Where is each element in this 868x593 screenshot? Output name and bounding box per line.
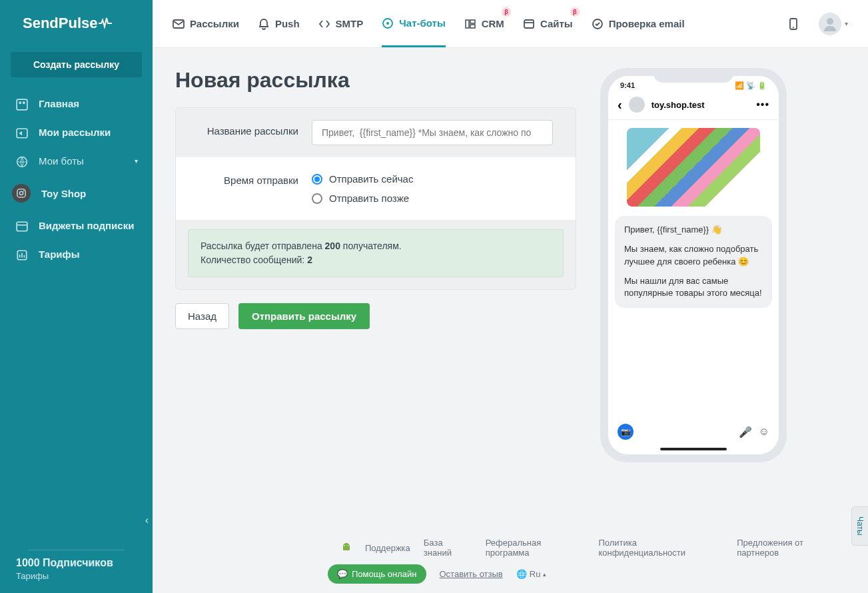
footer-link[interactable]: Политика конфиденциальности [598,538,723,558]
nav-label: Push [275,18,300,29]
nav-crm[interactable]: CRM β [464,2,504,46]
logo[interactable]: SendPulse [0,0,153,47]
chat-input-bar: 📷 🎤 ☺ [608,418,779,445]
sidebar-item-bots[interactable]: Мои боты ▾ [0,147,153,175]
beta-badge: β [502,7,511,17]
back-button[interactable]: Назад [175,303,229,329]
radio-icon [312,193,322,204]
globe-icon [16,156,27,167]
widget-icon [16,221,27,231]
nav-chatbots[interactable]: Чат-боты [382,1,445,47]
pulse-icon [99,17,112,29]
sidebar-label: Мои рассылки [39,127,111,138]
radio-send-now[interactable]: Отправить сейчас [312,169,553,189]
avatar-icon [819,13,841,35]
footer: Поддержка База знаний Реферальная програ… [305,528,868,593]
main: Рассылки Push SMTP Чат-боты CRM β Сайты … [153,0,868,593]
svg-point-22 [348,545,349,546]
radio-label: Отправить позже [329,193,409,204]
crm-icon [464,18,476,30]
emoji-icon[interactable]: ☺ [759,426,769,438]
top-nav: Рассылки Push SMTP Чат-боты CRM β Сайты … [153,0,868,48]
chat-body: Привет, {{first_name}} 👋 Мы знаем, как с… [608,120,779,418]
svg-point-12 [386,22,389,25]
svg-rect-13 [466,20,469,28]
sidebar-item-home[interactable]: Главная [0,89,153,118]
camera-icon[interactable]: 📷 [618,424,634,440]
sidebar-footer: 1000 Подписчиков Тарифы [0,550,153,593]
beta-badge: β [570,7,580,17]
leave-review-link[interactable]: Оставить отзыв [440,569,503,579]
sidebar-label: Главная [39,98,79,109]
campaign-name-input[interactable] [312,120,553,145]
product-image [627,128,760,207]
nav-campaigns[interactable]: Рассылки [173,2,239,46]
home-indicator [660,448,727,450]
footer-link[interactable]: База знаний [424,538,472,558]
sidebar-label: Мои боты [39,155,84,167]
svg-rect-1 [19,101,21,103]
language-selector[interactable]: 🌐 Ru ▴ [516,569,547,579]
sites-icon [523,18,535,30]
info-box: Рассылка будет отправлена 200 получателя… [188,229,564,277]
footer-link[interactable]: Реферальная программа [486,538,586,558]
chat-account-name: toy.shop.test [651,100,750,110]
nav-label: Рассылки [190,18,239,29]
sidebar-item-campaigns[interactable]: Мои рассылки [0,118,153,147]
status-icons: 📶 📡 🔋 [735,81,767,90]
nav-label: Сайты [540,18,573,29]
tariff-link[interactable]: Тарифы [16,571,137,581]
nav-label: Проверка email [609,18,685,29]
footer-link[interactable]: Поддержка [365,543,410,553]
svg-rect-2 [23,101,25,103]
sidebar-item-toy-shop[interactable]: Toy Shop [0,175,153,211]
sidebar-label: Виджеты подписки [39,220,134,231]
globe-icon: 🌐 [516,569,527,579]
sidebar-item-tariffs[interactable]: Тарифы [0,240,153,269]
nav-sites[interactable]: Сайты β [523,2,573,46]
more-icon[interactable]: ••• [756,99,769,111]
chevron-down-icon: ▾ [845,20,848,27]
code-icon [318,18,330,30]
svg-rect-0 [17,99,27,110]
chat-icon [382,17,394,29]
phone-preview: 9:41 📶 📡 🔋 ‹ toy.shop.test ••• Привет, {… [600,68,793,573]
chat-header: ‹ toy.shop.test ••• [608,93,779,120]
user-menu[interactable]: ▾ [819,13,848,35]
footer-link[interactable]: Предложения от партнеров [737,538,845,558]
svg-rect-5 [17,189,25,197]
collapse-sidebar-icon[interactable]: ‹ [145,514,149,526]
help-online-button[interactable]: 💬 Помощь онлайн [328,564,426,584]
svg-rect-16 [524,20,534,28]
nav-email-check[interactable]: Проверка email [592,2,685,46]
status-time: 9:41 [620,81,635,90]
campaign-form-card: Название рассылки Время отправки Отправи… [175,107,576,290]
chat-message: Привет, {{first_name}} 👋 Мы знаем, как с… [615,216,772,308]
page-title: Новая рассылка [175,68,576,93]
send-campaign-button[interactable]: Отправить рассылку [238,303,370,329]
back-icon[interactable]: ‹ [618,97,622,113]
sidebar-item-widgets[interactable]: Виджеты подписки [0,211,153,240]
radio-send-later[interactable]: Отправить позже [312,189,553,208]
svg-rect-15 [470,25,475,28]
chat-avatar-icon [629,97,645,113]
chevron-up-icon: ▴ [543,571,546,578]
name-label: Название рассылки [199,120,312,137]
nav-label: SMTP [336,18,364,29]
mobile-icon[interactable] [787,17,800,31]
android-icon[interactable] [341,542,352,553]
svg-rect-14 [470,20,475,23]
nav-push[interactable]: Push [258,2,300,46]
chat-bubble-icon: 💬 [337,569,348,579]
subscriber-count: 1000 Подписчиков [16,557,137,569]
mic-icon[interactable]: 🎤 [739,426,752,438]
create-campaign-button[interactable]: Создать рассылку [11,52,142,77]
svg-point-7 [23,191,25,192]
chats-side-tab[interactable]: Чаты [851,506,868,546]
nav-smtp[interactable]: SMTP [318,2,364,46]
instagram-icon [12,184,31,203]
nav-label: Чат-боты [399,17,445,29]
home-icon [16,99,27,109]
check-icon [592,18,604,30]
svg-point-6 [19,191,23,195]
